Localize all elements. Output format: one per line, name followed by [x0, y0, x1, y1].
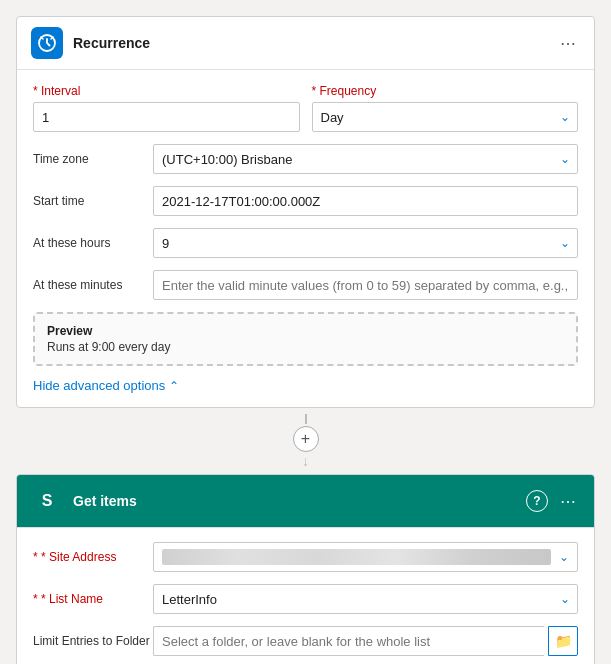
recurrence-card: Recurrence ⋯ * Interval * Frequency D [16, 16, 595, 408]
get-items-body: * Site Address ⌄ * List Name LetterInfo … [17, 528, 594, 664]
starttime-input[interactable] [153, 186, 578, 216]
get-items-more-button[interactable]: ⋯ [556, 489, 580, 513]
list-name-row: * List Name LetterInfo ⌄ [33, 584, 578, 614]
interval-field: * Interval [33, 84, 300, 132]
list-name-control: LetterInfo ⌄ [153, 584, 578, 614]
athours-select[interactable]: 9 [153, 228, 578, 258]
site-address-label: * Site Address [33, 550, 153, 564]
list-name-select[interactable]: LetterInfo [153, 584, 578, 614]
athours-label: At these hours [33, 236, 153, 250]
recurrence-body: * Interval * Frequency Day Week Month Ho… [17, 70, 594, 407]
get-items-card: S Get items ? ⋯ * Site Address ⌄ [16, 474, 595, 664]
list-name-label: * List Name [33, 592, 153, 606]
add-step-button[interactable]: + [293, 426, 319, 452]
timezone-select[interactable]: (UTC+10:00) Brisbane [153, 144, 578, 174]
starttime-label: Start time [33, 194, 153, 208]
get-items-header: S Get items ? ⋯ [17, 475, 594, 528]
preview-text: Runs at 9:00 every day [47, 340, 564, 354]
recurrence-actions: ⋯ [556, 31, 580, 55]
interval-label: * Interval [33, 84, 300, 98]
starttime-row: Start time [33, 186, 578, 216]
interval-frequency-row: * Interval * Frequency Day Week Month Ho… [33, 84, 578, 132]
atminutes-input[interactable] [153, 270, 578, 300]
help-icon: ? [533, 494, 540, 508]
recurrence-more-button[interactable]: ⋯ [556, 31, 580, 55]
connector-line-top [305, 414, 307, 424]
frequency-select-wrapper: Day Week Month Hour Minute Second ⌄ [312, 102, 579, 132]
hide-advanced-chevron-icon: ⌃ [169, 379, 179, 393]
atminutes-row: At these minutes [33, 270, 578, 300]
hide-advanced-label: Hide advanced options [33, 378, 165, 393]
folder-icon: 📁 [555, 633, 572, 649]
limit-folder-row: Limit Entries to Folder 📁 [33, 626, 578, 656]
connector: + ↓ [16, 408, 595, 474]
limit-folder-input[interactable] [153, 626, 544, 656]
connector-arrow-icon: ↓ [302, 454, 309, 468]
frequency-label: * Frequency [312, 84, 579, 98]
site-address-control: ⌄ [153, 542, 578, 572]
recurrence-title: Recurrence [73, 35, 556, 51]
recurrence-header: Recurrence ⋯ [17, 17, 594, 70]
frequency-select[interactable]: Day Week Month Hour Minute Second [312, 102, 579, 132]
recurrence-icon [31, 27, 63, 59]
limit-folder-label: Limit Entries to Folder [33, 634, 153, 648]
sharepoint-icon: S [31, 485, 63, 517]
hide-advanced-button[interactable]: Hide advanced options ⌃ [33, 378, 179, 393]
atminutes-control [153, 270, 578, 300]
athours-control: 9 ⌄ [153, 228, 578, 258]
atminutes-label: At these minutes [33, 278, 153, 292]
interval-input[interactable] [33, 102, 300, 132]
timezone-row: Time zone (UTC+10:00) Brisbane ⌄ [33, 144, 578, 174]
timezone-label: Time zone [33, 152, 153, 166]
get-items-title: Get items [73, 493, 526, 509]
timezone-control: (UTC+10:00) Brisbane ⌄ [153, 144, 578, 174]
get-items-actions: ? ⋯ [526, 489, 580, 513]
limit-folder-control: 📁 [153, 626, 578, 656]
get-items-help-button[interactable]: ? [526, 490, 548, 512]
starttime-control [153, 186, 578, 216]
site-address-row: * Site Address ⌄ [33, 542, 578, 572]
preview-title: Preview [47, 324, 564, 338]
preview-box: Preview Runs at 9:00 every day [33, 312, 578, 366]
site-address-chevron-icon: ⌄ [559, 550, 569, 564]
frequency-field: * Frequency Day Week Month Hour Minute S… [312, 84, 579, 132]
athours-row: At these hours 9 ⌄ [33, 228, 578, 258]
folder-browse-button[interactable]: 📁 [548, 626, 578, 656]
site-address-blurred [162, 549, 551, 565]
